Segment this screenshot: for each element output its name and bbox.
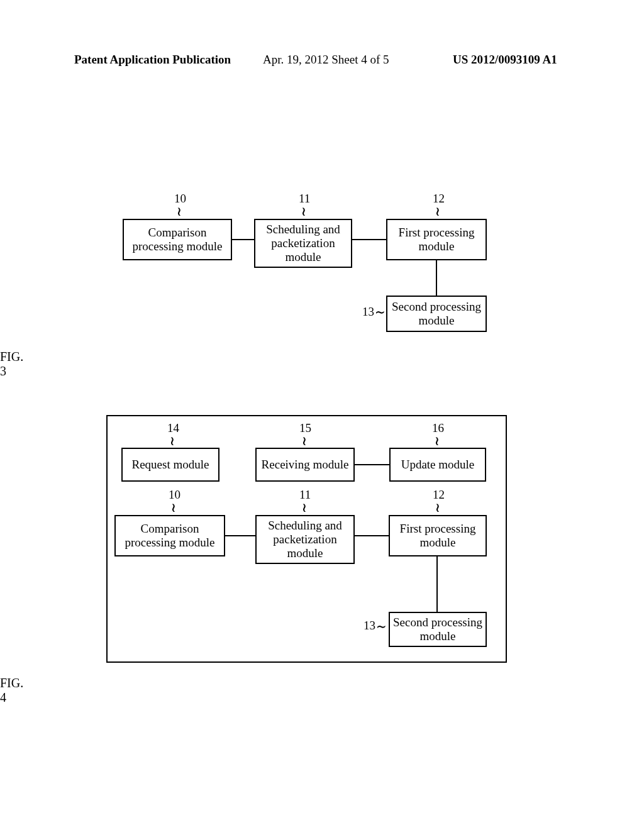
second-processing-module-box: Second processing module <box>386 296 487 332</box>
connector-line <box>436 260 437 296</box>
ref-label-12b: 12 <box>433 488 445 502</box>
ref-label-13: 13 <box>362 305 374 319</box>
request-module-box: Request module <box>121 448 219 482</box>
connector-line <box>352 239 386 240</box>
first-processing-module-box: First processing module <box>386 219 487 260</box>
hook-icon: ≀ <box>170 501 177 514</box>
ref-label-11: 11 <box>299 192 310 206</box>
scheduling-packetization-module-box-b: Scheduling and packetization module <box>255 515 355 564</box>
comparison-processing-module-box: Comparison processing module <box>123 219 232 260</box>
hook-icon: ≀ <box>374 309 387 316</box>
header-left: Patent Application Publication <box>74 53 231 67</box>
hook-icon: ≀ <box>301 205 307 218</box>
ref-label-14: 14 <box>167 421 179 435</box>
second-processing-module-box-b: Second processing module <box>389 612 487 647</box>
connector-line <box>355 464 389 465</box>
hook-icon: ≀ <box>169 434 175 447</box>
scheduling-packetization-module-box: Scheduling and packetization module <box>254 219 352 268</box>
hook-icon: ≀ <box>301 501 308 514</box>
hook-icon: ≀ <box>375 624 388 630</box>
ref-label-12: 12 <box>433 192 445 206</box>
ref-label-16: 16 <box>432 421 444 435</box>
connector-line <box>355 535 389 536</box>
connector-line <box>232 239 254 240</box>
connector-line <box>436 556 438 612</box>
first-processing-module-box-b: First processing module <box>389 515 487 556</box>
ref-label-10: 10 <box>174 192 186 206</box>
hook-icon: ≀ <box>301 434 308 447</box>
header-center: Apr. 19, 2012 Sheet 4 of 5 <box>263 53 389 67</box>
connector-line <box>225 535 255 536</box>
hook-icon: ≀ <box>435 501 441 514</box>
header-right: US 2012/0093109 A1 <box>453 53 557 67</box>
hook-icon: ≀ <box>435 205 441 218</box>
ref-label-10b: 10 <box>169 488 180 502</box>
ref-label-11b: 11 <box>299 488 311 502</box>
receiving-module-box: Receiving module <box>255 448 355 482</box>
ref-label-13b: 13 <box>364 619 375 633</box>
hook-icon: ≀ <box>176 205 182 218</box>
page: Patent Application Publication Apr. 19, … <box>0 0 644 830</box>
ref-label-15: 15 <box>299 421 311 435</box>
update-module-box: Update module <box>389 448 486 482</box>
hook-icon: ≀ <box>434 434 440 447</box>
comparison-processing-module-box-b: Comparison processing module <box>114 515 225 556</box>
